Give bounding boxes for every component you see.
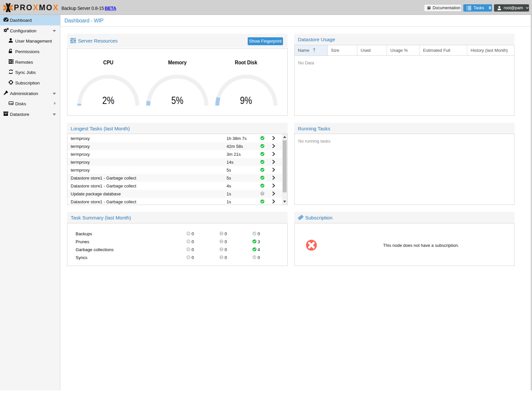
svg-text:?: ? (262, 192, 263, 195)
